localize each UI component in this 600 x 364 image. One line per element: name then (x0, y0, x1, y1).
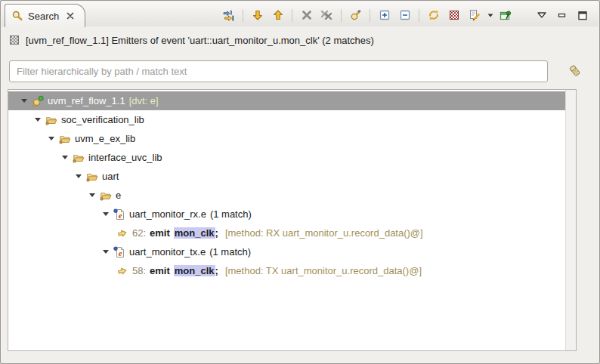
tab-bar: Search (2, 2, 598, 27)
match-context: [method: RX uart_monitor_u.record_data()… (225, 227, 423, 239)
jump-to-location-button[interactable] (218, 6, 239, 24)
tree-item-label: uart (102, 171, 119, 182)
view-menu-icon (537, 11, 547, 19)
tree-item-label: uart_monitor_tx.e (129, 246, 206, 258)
previous-match-button[interactable] (268, 6, 288, 24)
folder-icon (86, 171, 98, 183)
toolbar (218, 5, 592, 25)
match-arrow-icon (116, 265, 128, 277)
tree-row[interactable]: uvm_e_ex_lib (8, 129, 566, 148)
expander-icon[interactable] (48, 137, 54, 140)
match-line-number: 62: (132, 227, 146, 239)
match-highlight: mon_clk (174, 227, 215, 239)
vertical-scrollbar[interactable] (565, 90, 576, 350)
folder-icon (59, 133, 71, 145)
minimize-button[interactable] (552, 6, 572, 24)
maximize-button[interactable] (572, 6, 592, 24)
search-history-icon (469, 9, 481, 21)
tree-item-label: e (116, 190, 121, 201)
tree-item-label: uart_monitor_rx.e (129, 208, 206, 220)
search-tab-icon (11, 10, 23, 22)
result-header: [uvm_ref_flow_1.1] Emitters of event 'ua… (9, 33, 374, 47)
match-row[interactable]: 62:emitmon_clk;[method: RX uart_monitor_… (8, 224, 566, 242)
tree-item-label: interface_uvc_lib (88, 152, 162, 163)
match-count: (1 match) (210, 208, 252, 220)
expand-all-button[interactable] (374, 6, 394, 24)
result-description: [uvm_ref_flow_1.1] Emitters of event 'ua… (26, 35, 374, 46)
refresh-icon (428, 9, 440, 21)
pin-view-button[interactable] (496, 6, 516, 24)
expander-icon[interactable] (21, 99, 27, 103)
expander-icon[interactable] (76, 174, 82, 178)
expander-icon[interactable] (103, 250, 109, 254)
tree-item-label: uvm_ref_flow_1.1 (48, 95, 125, 106)
tree-row[interactable]: euart_monitor_rx.e(1 match) (8, 205, 566, 224)
tree-row[interactable]: e (8, 186, 566, 205)
clear-filter-icon (567, 63, 583, 82)
tree-row[interactable]: euart_monitor_tx.e(1 match) (8, 242, 566, 261)
jump-to-location-icon (222, 9, 235, 22)
cancel-search-icon (448, 9, 460, 21)
search-results-icon (9, 35, 20, 45)
svg-text:e: e (119, 211, 122, 219)
expander-icon[interactable] (62, 156, 68, 159)
close-icon[interactable] (65, 11, 76, 21)
run-search-again-icon (350, 9, 362, 21)
tab-search[interactable]: Search (5, 4, 85, 27)
search-view-window: Search [uvm_ref_flow_1.1] Emitters of ev… (0, 0, 600, 364)
cancel-search-button[interactable] (444, 6, 464, 24)
tree-row[interactable]: soc_verification_lib (8, 110, 566, 129)
tree-row[interactable]: uart (8, 167, 566, 186)
expand-all-icon (379, 9, 391, 21)
minimize-icon (557, 11, 568, 20)
filter-input[interactable] (9, 60, 548, 82)
tree-row[interactable]: interface_uvc_lib (8, 148, 566, 167)
tree-row[interactable]: uvm_ref_flow_1.1[dvt: e] (8, 91, 566, 110)
search-history-button[interactable] (464, 6, 484, 24)
view-content: [uvm_ref_flow_1.1] Emitters of event 'ua… (2, 26, 598, 362)
next-match-icon (252, 9, 264, 21)
dropdown-arrow-button[interactable] (484, 6, 496, 24)
folder-icon (45, 114, 57, 126)
match-highlight: mon_clk (174, 265, 215, 276)
view-menu-button[interactable] (531, 6, 552, 24)
clear-filter-button[interactable] (565, 63, 585, 82)
next-match-button[interactable] (247, 6, 268, 24)
expander-icon[interactable] (35, 118, 41, 122)
tab-title: Search (28, 11, 59, 22)
toolbar-separator (419, 9, 419, 22)
results-tree: uvm_ref_flow_1.1[dvt: e]soc_verification… (8, 89, 577, 351)
collapse-all-icon (399, 9, 411, 21)
results-tree-rows: uvm_ref_flow_1.1[dvt: e]soc_verification… (8, 91, 566, 280)
run-search-again-button[interactable] (345, 6, 366, 24)
match-line-number: 58: (132, 265, 146, 276)
match-count: (1 match) (209, 246, 251, 258)
previous-match-icon (272, 9, 284, 21)
e-file-icon: e (113, 208, 125, 221)
remove-selected-match-button[interactable] (296, 6, 317, 24)
expander-icon[interactable] (103, 212, 109, 216)
expander-icon[interactable] (89, 193, 95, 197)
collapse-all-button[interactable] (394, 6, 415, 24)
match-row[interactable]: 58:emitmon_clk;[method: TX uart_monitor_… (8, 261, 566, 280)
remove-all-matches-icon (320, 9, 333, 21)
tree-item-decoration: [dvt: e] (129, 95, 159, 106)
match-arrow-icon (116, 227, 128, 239)
folder-icon (100, 190, 112, 202)
refresh-button[interactable] (423, 6, 444, 24)
toolbar-separator (341, 9, 342, 22)
dvt-search-root-icon (32, 95, 44, 107)
maximize-icon (577, 11, 588, 20)
e-file-icon: e (113, 246, 125, 258)
svg-text:e: e (119, 248, 122, 257)
match-suffix: ; (215, 227, 218, 239)
remove-selected-match-icon (301, 9, 313, 21)
match-keyword: emit (150, 227, 170, 239)
tree-item-label: uvm_e_ex_lib (75, 133, 135, 144)
match-context: [method: TX uart_monitor_u.record_data()… (225, 265, 422, 276)
match-suffix: ; (215, 265, 218, 276)
remove-all-matches-button[interactable] (317, 6, 337, 24)
toolbar-separator (292, 9, 292, 22)
toolbar-separator (243, 9, 243, 22)
folder-icon (73, 152, 85, 164)
